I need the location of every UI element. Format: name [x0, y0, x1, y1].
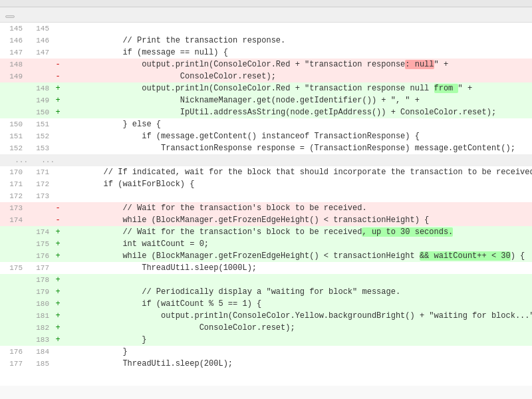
diff-marker — [59, 154, 68, 166]
line-num-old — [0, 226, 27, 238]
line-num-old: 150 — [0, 118, 27, 130]
line-num-new: 177 — [27, 262, 53, 274]
line-content — [63, 274, 532, 286]
line-num-old — [0, 310, 27, 322]
line-content: // Periodically display a "waiting for b… — [63, 286, 532, 298]
toolbar — [0, 7, 532, 23]
line-content: // Wait for the transaction's block to b… — [63, 202, 532, 214]
line-content: output.println(ConsoleColor.Red + "trans… — [63, 59, 532, 70]
code-line: 177185 ThreadUtil.sleep(200L); — [0, 358, 532, 370]
line-num-old — [0, 94, 27, 106]
line-content: output.println(ConsoleColor.Yellow.backg… — [63, 310, 532, 322]
code-line: 148+ output.println(ConsoleColor.Red + "… — [0, 82, 532, 94]
line-content: } else { — [63, 118, 532, 130]
line-num-old — [0, 286, 27, 298]
line-content: IpUtil.addressAsString(node.getIpAddress… — [63, 106, 532, 118]
code-line: 173- // Wait for the transaction's block… — [0, 202, 532, 214]
line-num-new: 182 — [27, 322, 53, 334]
code-line: 147147 if (message == null) { — [0, 47, 532, 59]
code-line: 146146 // Print the transaction response… — [0, 35, 532, 47]
line-content: // Wait for the transaction's block to b… — [63, 226, 532, 238]
line-content: ThreadUtil.sleep(1000L); — [63, 262, 532, 274]
line-num-new — [27, 70, 53, 82]
line-num-old — [0, 250, 27, 262]
line-num-new: 185 — [27, 358, 53, 370]
line-num-old: ... — [5, 154, 32, 166]
line-num-new — [27, 59, 53, 70]
diff-marker — [53, 130, 63, 142]
diff-marker: + — [53, 274, 63, 286]
code-line: 152153 TransactionResponse response = (T… — [0, 142, 532, 154]
code-line: 150151 } else { — [0, 118, 532, 130]
code-line: 178+ — [0, 274, 532, 286]
code-container[interactable]: 145145146146 // Print the transaction re… — [0, 23, 532, 386]
line-num-old: 152 — [0, 142, 27, 154]
line-num-new: 180 — [27, 298, 53, 310]
more-button[interactable] — [5, 15, 15, 18]
code-line: 172173 — [0, 190, 532, 202]
line-content: int waitCount = 0; — [63, 238, 532, 250]
code-line: 182+ ConsoleColor.reset); — [0, 322, 532, 334]
line-num-old: 170 — [0, 166, 27, 178]
diff-marker — [53, 190, 63, 202]
line-content: if (message.getContent() instanceof Tran… — [63, 130, 532, 142]
line-content: while (BlockManager.getFrozenEdgeHeight(… — [63, 250, 532, 262]
code-line: 149+ NicknameManager.get(node.getIdentif… — [0, 94, 532, 106]
code-line: 180+ if (waitCount % 5 == 1) { — [0, 298, 532, 310]
code-line: 150+ IpUtil.addressAsString(node.getIpAd… — [0, 106, 532, 118]
line-num-new: 175 — [27, 238, 53, 250]
code-line: ...... — [0, 154, 532, 166]
line-num-new — [27, 202, 53, 214]
line-num-new: 153 — [27, 142, 53, 154]
line-num-new: 146 — [27, 35, 53, 47]
line-num-new: 173 — [27, 190, 53, 202]
line-num-old: 171 — [0, 178, 27, 190]
line-num-new: 149 — [27, 94, 53, 106]
diff-marker — [53, 142, 63, 154]
line-content: // If indicated, wait for the block that… — [63, 166, 532, 178]
line-num-new: 148 — [27, 82, 53, 94]
line-num-old: 148 — [0, 59, 27, 70]
line-content — [68, 154, 532, 166]
code-line: 171172 if (waitForBlock) { — [0, 178, 532, 190]
diff-marker: - — [53, 214, 63, 226]
diff-marker — [53, 166, 63, 178]
code-line: 149- ConsoleColor.reset); — [0, 70, 532, 82]
line-content: // Print the transaction response. — [63, 35, 532, 47]
line-num-old: 174 — [0, 214, 27, 226]
line-num-new: 178 — [27, 274, 53, 286]
diff-marker — [53, 118, 63, 130]
line-num-old: 145 — [0, 23, 27, 35]
line-content: } — [63, 346, 532, 358]
line-content: ConsoleColor.reset); — [63, 70, 532, 82]
title-bar — [0, 0, 532, 7]
code-line: 151152 if (message.getContent() instance… — [0, 130, 532, 142]
code-line: 176+ while (BlockManager.getFrozenEdgeHe… — [0, 250, 532, 262]
line-num-old — [0, 82, 27, 94]
diff-marker: + — [53, 106, 63, 118]
diff-marker: + — [53, 298, 63, 310]
diff-marker: - — [53, 202, 63, 214]
code-line: 174- while (BlockManager.getFrozenEdgeHe… — [0, 214, 532, 226]
line-num-new: 150 — [27, 106, 53, 118]
diff-marker: + — [53, 334, 63, 346]
diff-marker — [53, 346, 63, 358]
line-num-old: 172 — [0, 190, 27, 202]
line-num-new: 179 — [27, 286, 53, 298]
line-num-new: 151 — [27, 118, 53, 130]
diff-marker: + — [53, 322, 63, 334]
code-line: 179+ // Periodically display a "waiting … — [0, 286, 532, 298]
diff-marker: + — [53, 82, 63, 94]
line-num-old: 146 — [0, 35, 27, 47]
code-line: 175+ int waitCount = 0; — [0, 238, 532, 250]
diff-marker — [53, 23, 63, 35]
line-num-new: 176 — [27, 250, 53, 262]
line-num-new: 145 — [27, 23, 53, 35]
diff-marker — [53, 35, 63, 47]
line-num-new: 147 — [27, 47, 53, 59]
line-num-old: 176 — [0, 346, 27, 358]
line-num-new: 172 — [27, 178, 53, 190]
code-line: 148- output.println(ConsoleColor.Red + "… — [0, 59, 532, 70]
diff-marker: + — [53, 94, 63, 106]
diff-marker: - — [53, 70, 63, 82]
